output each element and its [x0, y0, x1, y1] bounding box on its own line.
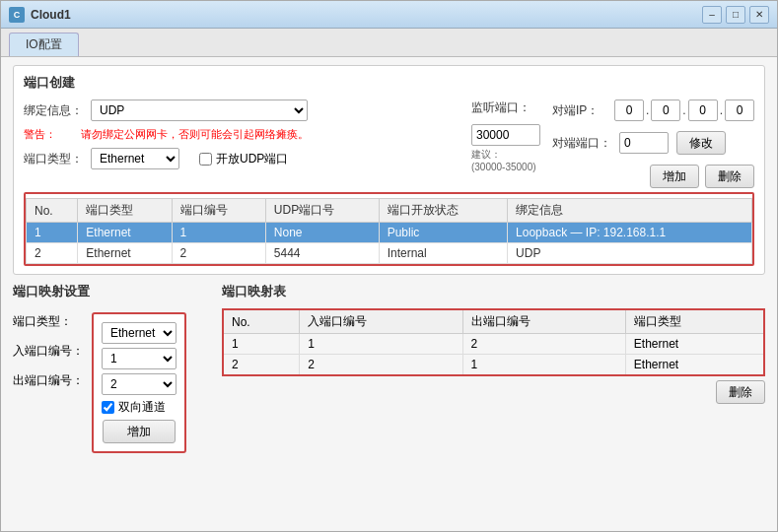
port-table: No. 端口类型 端口编号 UDP端口号 端口开放状态 绑定信息 1Ethern… — [26, 198, 752, 264]
col-udp: UDP端口号 — [265, 199, 379, 223]
table-cell-status: Public — [379, 223, 507, 243]
bidirectional-label: 双向通道 — [118, 399, 166, 416]
close-button[interactable]: ✕ — [749, 6, 769, 24]
mapping-in-label-wrap: 入端口编号： — [13, 338, 84, 364]
mapping-col-type: 端口类型 — [625, 309, 764, 334]
mapping-out-label-wrap: 出端口编号： — [13, 367, 84, 393]
mapping-cell-type: Ethernet — [625, 355, 764, 376]
mapping-in-row: 1 2 3 — [102, 348, 177, 369]
bidirectional-checkbox[interactable] — [102, 401, 114, 414]
remote-ip-row: 对端IP： . . . — [552, 100, 754, 121]
mapping-col-out: 出端口编号 — [462, 309, 625, 334]
maximize-button[interactable]: □ — [726, 6, 745, 24]
mapping-table-title: 端口映射表 — [222, 283, 765, 300]
port-table-body: 1Ethernet1NonePublicLoopback — IP: 192.1… — [27, 223, 752, 264]
mapping-col-no: No. — [223, 309, 300, 334]
monitor-port-row: 监听端口： — [471, 100, 540, 116]
title-controls: – □ ✕ — [702, 6, 769, 24]
table-cell-no: 2 — [27, 243, 78, 264]
list-item[interactable]: 112Ethernet — [223, 334, 764, 355]
table-cell-num: 2 — [172, 243, 265, 264]
port-type-row: 端口类型： Ethernet Serial 开放UDP端口 — [24, 148, 456, 169]
col-num: 端口编号 — [172, 199, 265, 223]
table-cell-no: 1 — [27, 223, 78, 243]
port-type-select[interactable]: Ethernet Serial — [91, 148, 179, 169]
mapping-header-row: No. 入端口编号 出端口编号 端口类型 — [223, 309, 764, 334]
mapping-delete-button[interactable]: 删除 — [716, 380, 765, 404]
table-row[interactable]: 1Ethernet1NonePublicLoopback — IP: 192.1… — [27, 223, 752, 243]
window-title: Cloud1 — [31, 8, 71, 22]
port-table-header-row: No. 端口类型 端口编号 UDP端口号 端口开放状态 绑定信息 — [27, 199, 752, 223]
tab-io-config[interactable]: IO配置 — [9, 33, 79, 56]
monitor-section: 监听端口： 建议：(30000-35000) — [471, 100, 540, 188]
warning-text: 请勿绑定公网网卡，否则可能会引起网络瘫痪。 — [81, 127, 309, 142]
table-cell-status: Internal — [379, 243, 507, 264]
table-cell-bind: Loopback — IP: 192.168.1.1 — [508, 223, 752, 243]
col-bind: 绑定信息 — [508, 199, 752, 223]
table-cell-udp: 5444 — [265, 243, 379, 264]
port-creation-right: 监听端口： 建议：(30000-35000) 对端IP： . — [471, 100, 754, 188]
hint-text: 建议：(30000-35000) — [471, 148, 540, 172]
port-type-label: 端口类型： — [24, 151, 83, 167]
mapping-type-select[interactable]: Ethernet Serial — [102, 322, 177, 344]
ip-inputs: . . . — [614, 100, 754, 121]
mapping-form: Ethernet Serial 1 2 3 — [92, 312, 186, 453]
ip-octet-4[interactable] — [725, 100, 754, 121]
table-row[interactable]: 2Ethernet25444InternalUDP — [27, 243, 752, 264]
bind-label: 绑定信息： — [24, 102, 83, 119]
mapping-type-row: Ethernet Serial — [102, 322, 177, 344]
remote-ip-label: 对端IP： — [552, 102, 606, 119]
bind-select[interactable]: UDP TCP — [91, 100, 308, 121]
bind-info-row: 绑定信息： UDP TCP — [24, 100, 456, 121]
list-item[interactable]: 221Ethernet — [223, 355, 764, 376]
mapping-in-label: 入端口编号： — [13, 343, 84, 360]
mapping-cell-out: 1 — [462, 355, 625, 376]
warning-row: 警告： 请勿绑定公网网卡，否则可能会引起网络瘫痪。 — [24, 127, 456, 142]
mapping-out-select[interactable]: 1 2 3 — [102, 373, 177, 395]
bottom-area: 端口映射设置 端口类型： 入端口编号： 出端口编号： — [13, 283, 765, 523]
port-mapping-settings-section: 端口映射设置 端口类型： 入端口编号： 出端口编号： — [13, 283, 210, 523]
mapping-out-row: 1 2 3 — [102, 373, 177, 395]
right-top: 监听端口： 建议：(30000-35000) 对端IP： . — [471, 100, 754, 188]
mapping-cell-type: Ethernet — [625, 334, 764, 355]
mapping-table-head: No. 入端口编号 出端口编号 端口类型 — [223, 309, 764, 334]
main-content: 端口创建 绑定信息： UDP TCP 警告： 请勿绑定公网网卡，否则可能会引起网… — [1, 57, 777, 531]
mapping-type-label: 端口类型： — [13, 313, 72, 330]
mapping-settings-content: 端口类型： 入端口编号： 出端口编号： Ethernet — [13, 308, 210, 453]
open-udp-label: 开放UDP端口 — [216, 151, 288, 167]
title-bar-left: C Cloud1 — [9, 7, 71, 23]
table-cell-type: Ethernet — [78, 243, 172, 264]
table-cell-bind: UDP — [508, 243, 752, 264]
monitor-port-input[interactable] — [471, 124, 540, 146]
mapping-type-label-wrap: 端口类型： — [13, 308, 84, 334]
port-table-head: No. 端口类型 端口编号 UDP端口号 端口开放状态 绑定信息 — [27, 199, 752, 223]
mapping-cell-out: 2 — [462, 334, 625, 355]
mapping-cell-no: 2 — [223, 355, 300, 376]
add-port-button[interactable]: 增加 — [650, 165, 699, 188]
table-cell-udp: None — [265, 223, 379, 243]
open-udp-row: 开放UDP端口 — [199, 151, 288, 167]
mapping-out-label: 出端口编号： — [13, 372, 84, 389]
ip-octet-3[interactable] — [688, 100, 718, 121]
remote-port-label: 对端端口： — [552, 135, 611, 152]
tab-bar: IO配置 — [1, 29, 777, 57]
minimize-button[interactable]: – — [702, 6, 722, 24]
port-creation-section: 端口创建 绑定信息： UDP TCP 警告： 请勿绑定公网网卡，否则可能会引起网… — [13, 65, 765, 275]
mapping-delete-row: 删除 — [222, 380, 765, 404]
open-udp-checkbox[interactable] — [199, 153, 212, 166]
add-delete-row: 增加 删除 — [552, 165, 754, 188]
port-creation-left: 绑定信息： UDP TCP 警告： 请勿绑定公网网卡，否则可能会引起网络瘫痪。 … — [24, 100, 456, 188]
ip-octet-2[interactable] — [651, 100, 680, 121]
remote-port-input[interactable] — [619, 132, 669, 154]
mapping-labels: 端口类型： 入端口编号： 出端口编号： — [13, 308, 84, 453]
mapping-cell-no: 1 — [223, 334, 300, 355]
delete-port-button[interactable]: 删除 — [705, 165, 754, 188]
mapping-cell-in: 2 — [300, 355, 462, 376]
mapping-in-select[interactable]: 1 2 3 — [102, 348, 177, 369]
port-mapping-table-section: 端口映射表 No. 入端口编号 出端口编号 端口类型 112Ethernet22… — [222, 283, 765, 523]
ip-octet-1[interactable] — [614, 100, 644, 121]
mapping-table: No. 入端口编号 出端口编号 端口类型 112Ethernet221Ether… — [222, 308, 765, 376]
mapping-add-button[interactable]: 增加 — [103, 420, 176, 443]
remote-section: 对端IP： . . . — [552, 100, 754, 188]
modify-button[interactable]: 修改 — [676, 131, 726, 155]
